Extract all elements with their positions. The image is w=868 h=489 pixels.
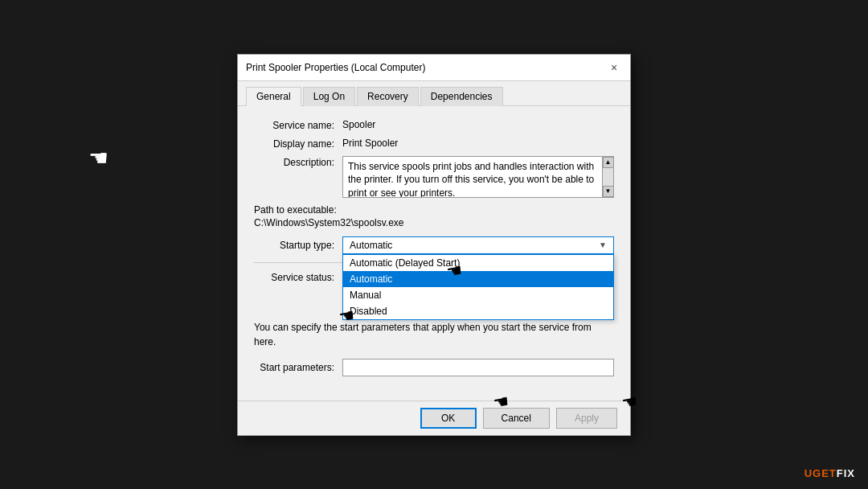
watermark-uget: UGET [805, 467, 837, 479]
service-status-label: Service status: [254, 271, 342, 283]
startup-type-row: Startup type: Automatic ▼ Automatic (Del… [254, 236, 614, 254]
tab-general[interactable]: General [246, 87, 301, 106]
close-button[interactable]: × [606, 60, 622, 76]
dialog-content: Service name: Spooler Display name: Prin… [238, 106, 630, 401]
scroll-down-arrow[interactable]: ▼ [603, 186, 614, 197]
service-name-row: Service name: Spooler [254, 119, 614, 131]
start-params-row: Start parameters: [254, 359, 614, 376]
apply-button[interactable]: Apply [556, 408, 617, 429]
startup-option-disabled[interactable]: Disabled [343, 303, 613, 319]
tab-logon[interactable]: Log On [303, 87, 355, 106]
cancel-button[interactable]: Cancel [483, 408, 550, 429]
startup-type-selected-value: Automatic [350, 240, 392, 251]
watermark: UGETFIX [805, 467, 855, 479]
tab-recovery[interactable]: Recovery [357, 87, 419, 106]
background-cursor: ☚ [88, 145, 108, 171]
tab-bar: General Log On Recovery Dependencies [238, 81, 630, 106]
startup-type-dropdown: Automatic (Delayed Start) Automatic Manu… [342, 254, 614, 320]
info-text: You can specify the start parameters tha… [254, 320, 614, 349]
service-name-value: Spooler [342, 119, 375, 130]
description-row: Description: This service spools print j… [254, 156, 614, 198]
description-box: This service spools print jobs and handl… [342, 156, 614, 198]
path-label: Path to executable: [254, 204, 614, 216]
watermark-fix: FIX [837, 467, 855, 479]
display-name-value: Print Spooler [342, 138, 398, 149]
display-name-label: Display name: [254, 138, 342, 150]
startup-type-label: Startup type: [254, 239, 342, 251]
title-bar: Print Spooler Properties (Local Computer… [238, 55, 630, 81]
startup-option-manual[interactable]: Manual [343, 287, 613, 303]
start-params-input[interactable] [342, 359, 614, 376]
startup-option-delayed[interactable]: Automatic (Delayed Start) [343, 255, 613, 271]
scroll-up-arrow[interactable]: ▲ [603, 157, 614, 168]
display-name-row: Display name: Print Spooler [254, 138, 614, 150]
startup-type-select-container: Automatic ▼ Automatic (Delayed Start) Au… [342, 236, 614, 254]
bottom-buttons-bar: OK ☚ Cancel Apply ☚ [238, 401, 630, 435]
path-section: Path to executable: C:\Windows\System32\… [254, 204, 614, 228]
dropdown-arrow-icon: ▼ [599, 240, 607, 249]
description-text: This service spools print jobs and handl… [348, 160, 608, 198]
dialog-title: Print Spooler Properties (Local Computer… [246, 62, 425, 73]
startup-option-automatic[interactable]: Automatic [343, 271, 613, 287]
start-params-label: Start parameters: [254, 361, 342, 373]
startup-type-select[interactable]: Automatic ▼ [342, 236, 614, 254]
description-label: Description: [254, 156, 342, 168]
path-value: C:\Windows\System32\spoolsv.exe [254, 217, 614, 228]
ok-button[interactable]: OK [420, 408, 477, 429]
tab-dependencies[interactable]: Dependencies [420, 87, 503, 106]
service-name-label: Service name: [254, 119, 342, 131]
dialog-window: Print Spooler Properties (Local Computer… [237, 54, 631, 436]
description-scrollbar[interactable]: ▲ ▼ [602, 157, 613, 197]
